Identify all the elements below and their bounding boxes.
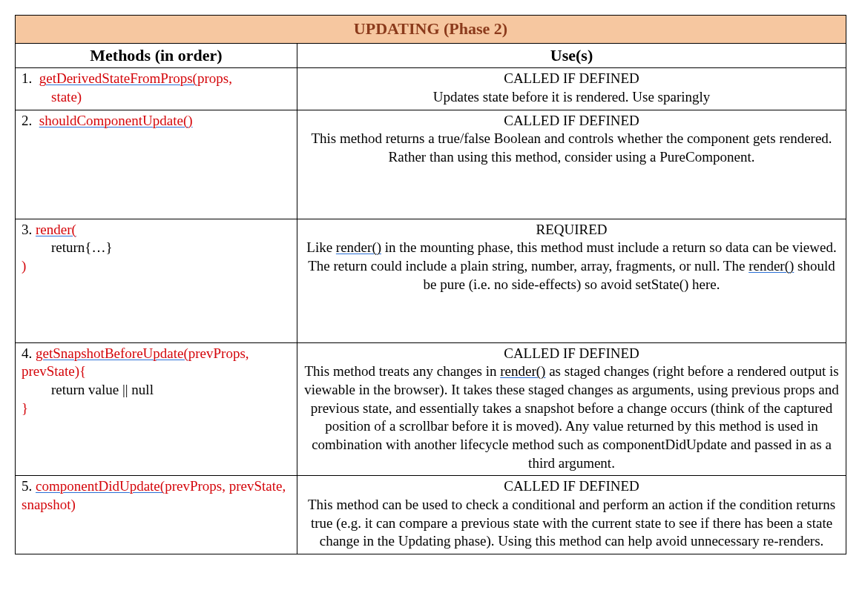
row-number: 5. (22, 478, 32, 494)
use-cell: CALLED IF DEFINED This method returns a … (297, 110, 846, 219)
table-row: 4. getSnapshotBeforeUpdate(prevProps, pr… (16, 342, 846, 476)
inline-link[interactable]: render() (500, 363, 545, 379)
title-row: UPDATING (Phase 2) (16, 16, 846, 44)
use-cell: CALLED IF DEFINED This method treats any… (297, 342, 846, 476)
row-number: 3. (22, 222, 32, 237)
method-link[interactable]: getDerivedStateFromProps( (39, 70, 197, 86)
table-row: 5. componentDidUpdate(prevProps, prevSta… (16, 476, 846, 554)
table-row: 1. getDerivedStateFromProps(props, state… (16, 68, 846, 110)
method-cell: 2. shouldComponentUpdate() (16, 110, 297, 219)
lifecycle-table: UPDATING (Phase 2) Methods (in order) Us… (15, 15, 846, 554)
method-cell: 3. render( return{…} ) (16, 219, 297, 342)
use-heading: CALLED IF DEFINED (302, 112, 841, 130)
method-link[interactable]: shouldComponentUpdate() (39, 113, 193, 128)
use-heading: CALLED IF DEFINED (302, 70, 841, 88)
method-cell: 4. getSnapshotBeforeUpdate(prevProps, pr… (16, 342, 297, 476)
row-number: 1. (22, 70, 32, 86)
method-body-line: return{…} (22, 239, 292, 257)
method-cell: 5. componentDidUpdate(prevProps, prevSta… (16, 476, 297, 554)
method-args-line2: state) (22, 88, 292, 107)
method-body-line: return value || null (22, 381, 292, 400)
use-cell: CALLED IF DEFINED Updates state before i… (297, 68, 846, 110)
inline-link[interactable]: render() (749, 258, 794, 274)
table-row: 2. shouldComponentUpdate() CALLED IF DEF… (16, 110, 846, 219)
method-cell: 1. getDerivedStateFromProps(props, state… (16, 68, 297, 110)
col-header-methods: Methods (in order) (16, 43, 297, 68)
header-row: Methods (in order) Use(s) (16, 43, 846, 68)
table-title: UPDATING (Phase 2) (16, 16, 846, 44)
col-header-uses: Use(s) (297, 43, 846, 68)
use-body: This method treats any changes in render… (302, 362, 841, 472)
method-link[interactable]: getSnapshotBeforeUpdate( (36, 345, 188, 361)
method-args: props, (197, 70, 232, 86)
use-heading: CALLED IF DEFINED (302, 477, 841, 496)
use-body: This method can be used to check a condi… (302, 496, 841, 551)
row-number: 2. (22, 113, 32, 128)
table-row: 3. render( return{…} ) REQUIRED Like ren… (16, 219, 846, 342)
use-body: This method returns a true/false Boolean… (302, 130, 841, 166)
row-number: 4. (22, 345, 32, 361)
method-close: } (22, 400, 292, 418)
inline-link[interactable]: render() (336, 239, 381, 255)
use-body: Updates state before it is rendered. Use… (302, 88, 841, 107)
use-heading: CALLED IF DEFINED (302, 345, 841, 363)
method-close: ) (22, 257, 292, 276)
method-link[interactable]: componentDidUpdate( (36, 478, 165, 494)
use-body: Like render() in the mounting phase, thi… (302, 239, 841, 294)
method-link[interactable]: render( (36, 222, 76, 237)
use-cell: REQUIRED Like render() in the mounting p… (297, 219, 846, 342)
use-heading: REQUIRED (302, 221, 841, 239)
use-cell: CALLED IF DEFINED This method can be use… (297, 476, 846, 554)
